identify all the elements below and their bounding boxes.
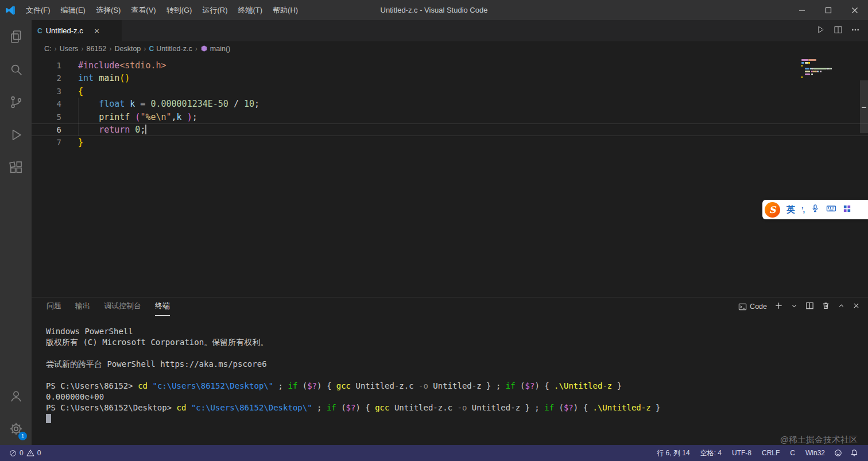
terminal-line: 0.000000e+00 (46, 392, 868, 402)
minimap-line (801, 62, 859, 64)
run-debug-icon[interactable] (0, 118, 32, 151)
split-editor-icon[interactable] (834, 25, 843, 37)
status-item-platform[interactable]: Win32 (800, 445, 830, 461)
terminal-content[interactable]: Windows PowerShell版权所有 (C) Microsoft Cor… (32, 316, 868, 445)
extensions-icon[interactable] (0, 151, 32, 184)
code-line-7[interactable]: 7} (32, 136, 868, 149)
notifications-bell-icon[interactable] (846, 445, 862, 461)
keyboard-icon[interactable] (826, 204, 836, 215)
code-text: { (78, 86, 83, 96)
code-line-4[interactable]: 4 float k = 0.000001234E-50 / 10; (32, 98, 868, 110)
account-icon[interactable] (0, 379, 32, 412)
status-bar: 0 0 行 6, 列 14空格: 4UTF-8CRLFCWin32 (0, 445, 868, 461)
minimize-icon[interactable] (789, 0, 815, 20)
line-number: 7 (32, 136, 61, 149)
code-text: float k = 0.000001234E-50 / 10; (78, 99, 259, 109)
explorer-icon[interactable] (0, 20, 32, 53)
mic-icon[interactable] (811, 204, 820, 215)
kill-terminal-icon[interactable] (822, 301, 830, 312)
c-file-icon: C (149, 45, 154, 53)
error-count: 0 (20, 449, 24, 457)
code-line-2[interactable]: 2int main() (32, 72, 868, 84)
source-control-icon[interactable] (0, 86, 32, 118)
panel-tab-problems[interactable]: 问题 (46, 297, 61, 316)
minimap[interactable] (801, 59, 859, 79)
problems-status[interactable]: 0 0 (6, 445, 44, 461)
tab-untitled-z[interactable]: C Untitled-z.c × (32, 20, 122, 41)
terminal-line: 版权所有 (C) Microsoft Corporation。保留所有权利。 (46, 337, 868, 348)
watermark: @稀土掘金技术社区 (780, 435, 858, 445)
new-terminal-icon[interactable] (774, 301, 783, 312)
settings-gear-icon[interactable]: 1 (0, 412, 32, 445)
warning-count: 0 (37, 449, 41, 457)
breadcrumb-item[interactable]: main() (200, 45, 230, 53)
breadcrumb-label: 86152 (87, 45, 107, 53)
code-text: #include<stdio.h> (78, 60, 166, 71)
code-line-1[interactable]: 1#include<stdio.h> (32, 59, 868, 72)
status-item-indentation[interactable]: 空格: 4 (695, 445, 727, 461)
menu-terminal[interactable]: 终端(T) (232, 0, 268, 20)
split-terminal-icon[interactable] (805, 301, 814, 312)
vscode-logo-icon[interactable] (0, 5, 21, 16)
breadcrumb-separator: › (142, 45, 147, 53)
maximize-icon[interactable] (815, 0, 842, 20)
panel-tab-debug-console[interactable]: 调试控制台 (104, 297, 141, 316)
run-code-icon[interactable] (816, 25, 826, 37)
breadcrumb-item[interactable]: Desktop (114, 45, 141, 53)
code-text: } (78, 137, 83, 148)
vscode-window: 文件(F)编辑(E)选择(S)查看(V)转到(G)运行(R)终端(T)帮助(H)… (0, 0, 868, 461)
terminal-dropdown-icon[interactable] (790, 301, 798, 312)
terminal-line (46, 413, 868, 424)
panel-tab-terminal[interactable]: 终端 (155, 297, 170, 316)
terminal-icon (738, 303, 747, 311)
code-line-6[interactable]: 6 return 0; (32, 123, 868, 136)
menu-help[interactable]: 帮助(H) (268, 0, 303, 20)
punctuation-icon[interactable]: ’, (801, 206, 804, 214)
ime-language-mode[interactable]: 英 (786, 204, 795, 215)
line-number: 6 (32, 123, 61, 136)
minimap-line (801, 65, 859, 67)
close-window-icon[interactable] (842, 0, 868, 20)
breadcrumb-label: main() (210, 45, 230, 53)
menu-goto[interactable]: 转到(G) (161, 0, 197, 20)
status-right-items: 行 6, 列 14空格: 4UTF-8CRLFCWin32 (652, 445, 830, 461)
more-actions-icon[interactable] (851, 25, 860, 37)
menu-file[interactable]: 文件(F) (21, 0, 56, 20)
breadcrumb-item[interactable]: CUntitled-z.c (149, 45, 192, 53)
panel-tabs: 问题输出调试控制台终端 (46, 297, 170, 316)
minimap-line (801, 59, 859, 61)
terminal-line: 尝试新的跨平台 PowerShell https://aka.ms/pscore… (46, 359, 868, 370)
menu-run[interactable]: 运行(R) (197, 0, 232, 20)
breadcrumb-item[interactable]: Users (60, 45, 79, 53)
toolbox-grid-icon[interactable] (843, 204, 851, 215)
feedback-icon[interactable] (830, 445, 846, 461)
menu-view[interactable]: 查看(V) (126, 0, 161, 20)
close-panel-icon[interactable] (852, 301, 860, 312)
terminal-line: PS C:\Users\86152> cd "c:\Users\86152\De… (46, 381, 868, 392)
workbench: C Untitled-z.c × C:›Users›86152›Desktop›… (32, 20, 868, 445)
tab-close-icon[interactable]: × (91, 25, 103, 37)
maximize-panel-icon[interactable] (838, 301, 845, 312)
status-item-cursor-position[interactable]: 行 6, 列 14 (652, 445, 695, 461)
line-number: 2 (32, 72, 61, 84)
terminal-line: Windows PowerShell (46, 326, 868, 337)
panel-tab-output[interactable]: 输出 (75, 297, 90, 316)
sogou-ime-bar[interactable]: S 英 ’, (762, 200, 868, 219)
terminal-instance[interactable]: Code (738, 303, 767, 311)
menu-selection[interactable]: 选择(S) (91, 0, 126, 20)
editor-actions (816, 20, 868, 41)
warning-icon (26, 449, 34, 457)
editor[interactable]: 1#include<stdio.h>2int main()3{4 float k… (32, 56, 868, 297)
search-icon[interactable] (0, 53, 32, 86)
status-item-eol[interactable]: CRLF (757, 445, 785, 461)
sogou-logo-icon[interactable]: S (765, 202, 780, 218)
code-lines: 1#include<stdio.h>2int main()3{4 float k… (32, 59, 868, 149)
code-line-3[interactable]: 3{ (32, 85, 868, 98)
breadcrumb-item[interactable]: C: (44, 45, 52, 53)
status-item-language-mode[interactable]: C (785, 445, 800, 461)
code-line-5[interactable]: 5 printf ("%e\n",k ); (32, 111, 868, 123)
status-item-encoding[interactable]: UTF-8 (727, 445, 757, 461)
c-file-icon: C (37, 27, 42, 35)
menu-edit[interactable]: 编辑(E) (56, 0, 91, 20)
breadcrumb-item[interactable]: 86152 (87, 45, 107, 53)
